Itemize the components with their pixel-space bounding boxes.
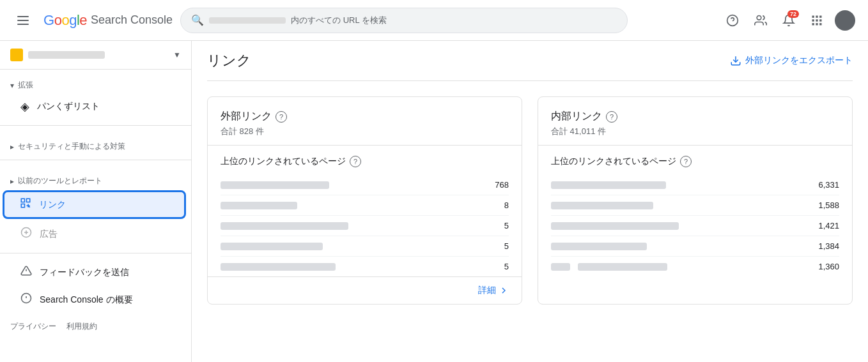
- sidebar-section-legacy[interactable]: ▸ 以前のツールとレポート: [0, 165, 191, 189]
- help-button[interactable]: [720, 8, 745, 33]
- header-icons: 72: [720, 8, 858, 33]
- row-number: 1,360: [807, 262, 839, 271]
- sidebar-footer: プライバシー 利用規約: [0, 313, 191, 340]
- row-bar-area: [551, 202, 800, 209]
- sidebar-item-links[interactable]: リンク: [3, 190, 186, 219]
- row-bar-area: [221, 202, 469, 209]
- svg-rect-5: [819, 15, 821, 17]
- internal-card-title: 内部リンク ?: [551, 110, 839, 123]
- breadcrumb-icon: ◈: [20, 100, 29, 114]
- row-url-blur: [221, 243, 323, 250]
- details-link[interactable]: 詳細: [478, 285, 509, 296]
- enhancement-label: 拡張: [18, 80, 33, 91]
- hamburger-icon: [17, 16, 29, 25]
- sidebar-section-enhancement[interactable]: ▾ 拡張: [0, 70, 191, 93]
- table-row: 5: [221, 257, 509, 276]
- table-row: 768: [221, 175, 509, 195]
- logo-area: Google Search Console: [43, 12, 173, 29]
- row-number: 1,588: [807, 200, 839, 210]
- row-number: 768: [477, 180, 509, 190]
- internal-links-card: 内部リンク ? 合計 41,011 件 上位のリンクされているページ ?: [538, 96, 853, 305]
- row-number: 5: [477, 221, 509, 230]
- row-number: 1,384: [807, 241, 839, 251]
- table-row: 1,588: [551, 195, 839, 216]
- search-bar[interactable]: 🔍 内のすべての URL を検索: [180, 8, 628, 33]
- external-card-rows: 768 8 5: [208, 175, 522, 276]
- row-number: 8: [477, 200, 509, 210]
- privacy-link[interactable]: プライバシー: [10, 321, 56, 332]
- table-row: 5: [221, 216, 509, 236]
- row-url-blur: [221, 181, 329, 189]
- svg-rect-6: [812, 19, 814, 21]
- external-links-card: 外部リンク ? 合計 828 件 上位のリンクされているページ ? 76: [207, 96, 522, 305]
- search-input-area: 内のすべての URL を検索: [209, 15, 617, 26]
- external-section-help-icon[interactable]: ?: [350, 156, 361, 167]
- sidebar-item-about[interactable]: Search Console の概要: [0, 286, 186, 313]
- svg-rect-11: [819, 23, 821, 25]
- cards-row: 外部リンク ? 合計 828 件 上位のリンクされているページ ? 76: [207, 96, 853, 305]
- internal-card-count: 合計 41,011 件: [551, 126, 839, 137]
- sidebar-divider-3: [0, 253, 191, 253]
- row-small-blur: [551, 263, 570, 271]
- export-label: 外部リンクをエクスポート: [745, 55, 853, 66]
- sidebar-divider-2: [0, 160, 191, 160]
- notifications-button[interactable]: 72: [776, 8, 802, 33]
- feedback-icon: [20, 265, 32, 280]
- svg-point-2: [757, 15, 761, 20]
- chevron-icon-3: ▸: [10, 177, 14, 186]
- row-url-blur: [221, 222, 348, 230]
- internal-section-help-icon[interactable]: ?: [680, 156, 692, 167]
- sidebar-divider-1: [0, 125, 191, 126]
- row-bar-area: [551, 181, 800, 189]
- sidebar-item-ads[interactable]: 広告: [0, 220, 186, 248]
- account-button[interactable]: [748, 8, 773, 33]
- export-button[interactable]: 外部リンクをエクスポート: [730, 55, 853, 66]
- sidebar-section-security[interactable]: ▸ セキュリティと手動による対策: [0, 131, 191, 155]
- search-blur: [209, 17, 286, 24]
- property-selector[interactable]: ▼: [0, 41, 191, 70]
- content-header: リンク 外部リンクをエクスポート: [207, 41, 853, 81]
- security-label: セキュリティと手動による対策: [18, 141, 125, 152]
- row-bar-area: [221, 263, 469, 271]
- row-url-blur: [221, 263, 336, 271]
- sidebar: ▼ ▾ 拡張 ◈ パンくずリスト ▸ セキュリティと手動による対策 ▸ 以前のツ…: [0, 41, 192, 362]
- row-number: 5: [477, 241, 509, 251]
- external-help-icon[interactable]: ?: [275, 111, 287, 123]
- ads-label: 広告: [40, 229, 58, 240]
- table-row: 1,421: [551, 216, 839, 236]
- svg-rect-14: [21, 204, 24, 207]
- svg-rect-7: [816, 19, 818, 21]
- row-bar-area: [221, 181, 469, 189]
- apps-button[interactable]: [804, 8, 830, 33]
- svg-rect-4: [816, 15, 818, 17]
- row-url-blur: [551, 222, 679, 230]
- product-name: Search Console: [91, 13, 173, 27]
- external-card-title: 外部リンク ?: [221, 110, 509, 123]
- row-bar-area: [551, 222, 800, 230]
- internal-card-rows: 6,331 1,588 1,421: [538, 175, 852, 276]
- menu-button[interactable]: [10, 8, 36, 33]
- table-row: 8: [221, 195, 509, 216]
- svg-rect-10: [816, 23, 818, 25]
- row-number: 1,421: [807, 221, 839, 230]
- svg-rect-12: [21, 199, 24, 202]
- external-card-count: 合計 828 件: [221, 126, 509, 137]
- terms-link[interactable]: 利用規約: [66, 321, 97, 332]
- notification-badge: 72: [787, 10, 799, 18]
- row-bar-area: [221, 222, 469, 230]
- external-card-footer: 詳細: [208, 276, 522, 304]
- sidebar-item-feedback[interactable]: フィードバックを送信: [0, 259, 186, 286]
- row-url-blur: [221, 202, 297, 209]
- external-section-title: 上位のリンクされているページ ?: [208, 145, 522, 175]
- breadcrumb-label: パンくずリスト: [37, 101, 100, 112]
- table-row: 1,360: [551, 257, 839, 276]
- internal-help-icon[interactable]: ?: [606, 111, 617, 123]
- sidebar-item-breadcrumb[interactable]: ◈ パンくずリスト: [0, 93, 186, 120]
- links-label: リンク: [39, 199, 66, 211]
- avatar-button[interactable]: [832, 8, 858, 33]
- row-number: 5: [477, 262, 509, 271]
- row-number: 6,331: [807, 180, 839, 190]
- google-logo: Google: [43, 12, 87, 29]
- page-title: リンク: [207, 51, 251, 70]
- chevron-icon: ▾: [10, 81, 14, 90]
